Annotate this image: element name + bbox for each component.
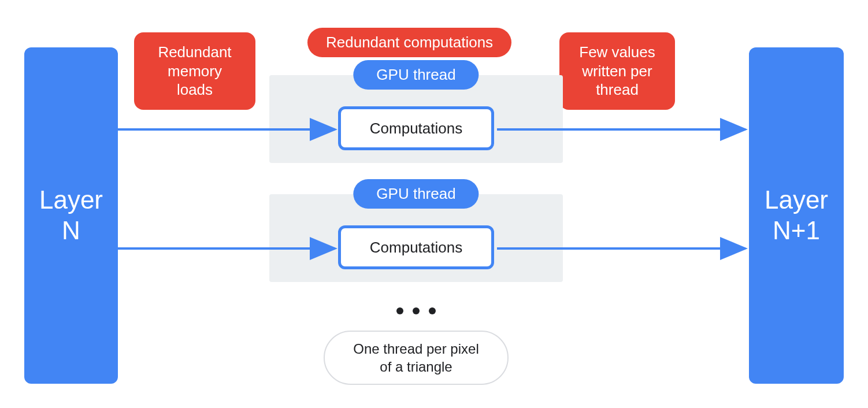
redundant-computations-text: Redundant computations [326, 34, 493, 51]
redundant-memory-loads-text: Redundant memory loads [158, 43, 231, 98]
few-values-label: Few values written per thread [559, 32, 675, 110]
dot-icon [413, 307, 420, 314]
computations-text-1: Computations [370, 120, 462, 138]
thread-group-1: GPU thread Computations [269, 75, 563, 163]
dot-icon [396, 307, 403, 314]
gpu-thread-text-1: GPU thread [376, 66, 455, 83]
computations-box-1: Computations [338, 106, 494, 150]
gpu-thread-pill-1: GPU thread [353, 60, 478, 90]
layer-n-box: Layer N [24, 47, 118, 384]
dot-icon [429, 307, 436, 314]
redundant-memory-loads-label: Redundant memory loads [134, 32, 255, 110]
ellipsis-dots [396, 307, 436, 314]
thread-group-2: GPU thread Computations [269, 194, 563, 282]
computations-box-2: Computations [338, 225, 494, 269]
few-values-text: Few values written per thread [579, 43, 655, 98]
computations-text-2: Computations [370, 239, 462, 257]
caption-text: One thread per pixel of a triangle [353, 341, 478, 374]
layer-n-label: Layer N [39, 185, 103, 246]
caption-pill: One thread per pixel of a triangle [324, 331, 509, 385]
gpu-thread-pill-2: GPU thread [353, 179, 478, 209]
redundant-computations-label: Redundant computations [307, 28, 511, 57]
layer-n1-box: Layer N+1 [749, 47, 844, 384]
gpu-thread-text-2: GPU thread [376, 185, 455, 202]
layer-n1-label: Layer N+1 [765, 185, 828, 246]
